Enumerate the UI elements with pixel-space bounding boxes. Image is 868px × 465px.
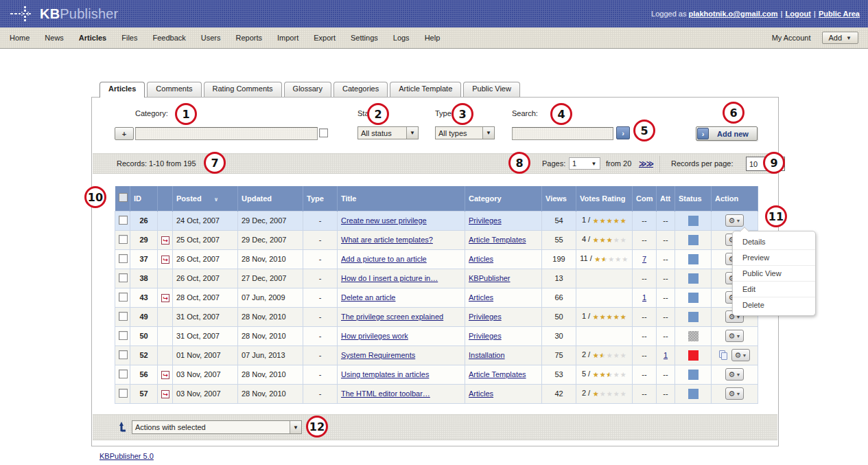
row-views: 55 [542,230,576,249]
row-actions-gear-button[interactable]: ⚙▼ [731,349,750,361]
col-updated[interactable]: Updated [238,186,303,211]
fast-forward-link[interactable]: ≫≫ [639,159,653,168]
category-input[interactable] [135,127,318,140]
row-checkbox[interactable] [119,235,128,244]
category-link[interactable]: Installation [469,351,505,359]
nav-item-articles[interactable]: Articles [79,34,106,42]
my-account-link[interactable]: My Account [772,34,811,42]
category-expand-button[interactable]: + [115,127,134,140]
category-link[interactable]: Articles [469,389,493,398]
row-actions-gear-button[interactable]: ⚙▼ [725,214,744,227]
nav-item-reports[interactable]: Reports [236,34,263,42]
col-views[interactable]: Views [542,186,576,211]
col-title[interactable]: Title [338,186,465,211]
category-checkbox[interactable] [319,128,328,137]
col-category[interactable]: Category [465,186,542,211]
tab-articles[interactable]: Articles [99,82,145,98]
status-square [688,389,699,399]
category-link[interactable]: Privileges [469,313,502,321]
logout-link[interactable]: Logout [786,10,811,18]
row-checkbox[interactable] [119,273,128,282]
col-id[interactable]: ID [130,186,158,211]
menu-item-details[interactable]: Details [733,234,815,250]
tab-public-view[interactable]: Public View [463,82,520,97]
tab-categories[interactable]: Categories [333,82,388,97]
article-title-link[interactable]: The privilege screen explained [341,313,443,321]
row-checkbox[interactable] [119,216,128,225]
user-email-link[interactable]: plakhotnik.o@gmail.com [689,10,778,18]
type-select[interactable]: All types ▼ [435,126,495,139]
public-area-link[interactable]: Public Area [819,10,860,18]
article-title-link[interactable]: The HTML editor toolbar… [341,389,430,398]
article-title-link[interactable]: System Requirements [341,351,415,359]
row-checkbox[interactable] [119,254,128,263]
footer-version-link[interactable]: KBPublisher 5.0 [99,452,154,460]
menu-item-public-view[interactable]: Public View [733,266,815,282]
tab-article-template[interactable]: Article Template [390,82,461,97]
article-title-link[interactable]: How do I insert a picture in… [341,274,438,282]
nav-item-export[interactable]: Export [314,34,336,42]
row-title-cell: Delete an article [338,288,465,307]
row-actions-gear-button[interactable]: ⚙▼ [725,330,744,342]
article-title-link[interactable]: Create new user privilege [341,216,427,225]
category-link[interactable]: Articles [469,293,493,302]
row-checkbox[interactable] [119,389,128,398]
col-att[interactable]: Att [657,186,675,211]
col-type[interactable]: Type [303,186,338,211]
row-checkbox[interactable] [119,350,128,359]
col-posted[interactable]: Posted∨ [173,186,238,211]
article-title-link[interactable]: Add a picture to an article [341,255,427,263]
star-icon: ★★ [592,390,599,398]
nav-item-settings[interactable]: Settings [351,34,378,42]
menu-item-preview[interactable]: Preview [733,250,815,266]
col-action[interactable]: Action [712,186,758,211]
nav-item-help[interactable]: Help [425,34,441,42]
col-status[interactable]: Status [675,186,712,211]
category-link[interactable]: KBPublisher [469,274,511,282]
add-new-button[interactable]: › Add new [696,126,758,141]
menu-item-delete[interactable]: Delete [733,297,815,313]
category-link[interactable]: Article Templates [469,236,526,244]
nav-item-news[interactable]: News [45,34,64,42]
table-row: 37 ↪ 26 Oct, 2007 28 Nov, 2010 - Add a p… [115,249,758,269]
category-link[interactable]: Privileges [469,332,502,340]
tab-glossary[interactable]: Glossary [284,82,331,97]
row-actions-gear-button[interactable]: ⚙▼ [725,387,744,400]
status-select[interactable]: All status ▼ [357,126,419,139]
attachments-count-link[interactable]: 1 [664,351,668,359]
tab-comments[interactable]: Comments [147,82,201,97]
nav-item-feedback[interactable]: Feedback [152,34,185,42]
actions-with-selected-select[interactable]: Actions with selected ▼ [132,420,302,434]
row-checkbox[interactable] [119,293,128,302]
nav-item-users[interactable]: Users [201,34,221,42]
category-link[interactable]: Articles [469,255,493,263]
menu-item-edit[interactable]: Edit [733,282,815,297]
row-checkbox[interactable] [119,370,128,378]
search-input[interactable] [512,127,613,140]
row-checkbox-cell [115,230,130,249]
row-checkbox[interactable] [119,331,128,340]
col-com[interactable]: Com [633,186,657,211]
row-flag-cell [158,326,173,345]
nav-item-files[interactable]: Files [121,34,137,42]
search-go-button[interactable]: › [616,126,630,139]
article-title-link[interactable]: What are article templates? [341,236,433,244]
add-dropdown-button[interactable]: Add▼ [822,32,859,44]
category-link[interactable]: Privileges [469,216,502,225]
article-title-link[interactable]: How privileges work [341,332,408,340]
category-label: Category: [135,109,168,117]
nav-item-import[interactable]: Import [277,34,298,42]
page-select[interactable]: 1 ▼ [569,157,600,170]
comments-count-link[interactable]: 1 [642,293,646,302]
article-title-link[interactable]: Using templates in articles [341,370,429,378]
row-checkbox[interactable] [119,312,128,321]
article-title-link[interactable]: Delete an article [341,293,396,302]
tab-rating-comments[interactable]: Rating Comments [204,82,282,97]
row-actions-gear-button[interactable]: ⚙▼ [725,368,744,381]
select-all-checkbox[interactable] [119,193,128,202]
nav-item-logs[interactable]: Logs [393,34,410,42]
comments-count-link[interactable]: 7 [642,255,646,263]
col-votes-rating[interactable]: Votes Rating [576,186,633,211]
nav-item-home[interactable]: Home [10,34,30,42]
category-link[interactable]: Article Templates [469,370,526,378]
